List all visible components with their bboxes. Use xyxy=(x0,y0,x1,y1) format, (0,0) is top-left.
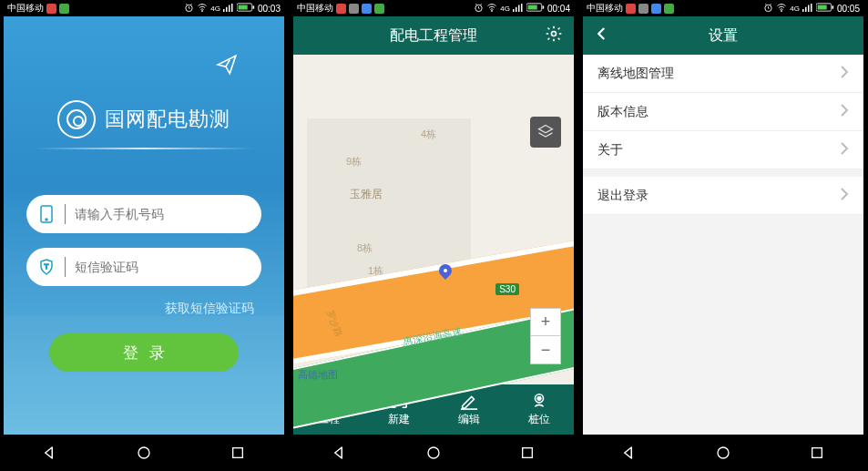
settings-item-version[interactable]: 版本信息 xyxy=(583,93,863,131)
get-code-link[interactable]: 获取短信验证码 xyxy=(26,301,261,317)
home-nav-icon[interactable] xyxy=(705,435,741,471)
svg-rect-22 xyxy=(542,5,544,8)
alarm-icon xyxy=(184,3,194,15)
alarm-icon xyxy=(474,3,484,15)
indicator-icon xyxy=(638,4,648,14)
clock-label: 00:04 xyxy=(547,4,570,14)
svg-rect-5 xyxy=(231,4,233,12)
svg-rect-35 xyxy=(811,4,812,12)
indicator-icon xyxy=(374,4,384,14)
net-label: 4G xyxy=(500,5,510,13)
back-nav-icon[interactable] xyxy=(32,435,68,471)
page-title: 设置 xyxy=(709,26,738,46)
battery-icon xyxy=(526,3,545,14)
android-nav-bar xyxy=(583,435,863,471)
back-button[interactable] xyxy=(594,26,610,46)
login-button[interactable]: 登录 xyxy=(49,333,239,372)
settings-item-offline-map[interactable]: 离线地图管理 xyxy=(583,55,863,93)
svg-point-10 xyxy=(46,219,47,220)
svg-point-23 xyxy=(552,32,557,36)
indicator-icon xyxy=(651,4,661,14)
svg-rect-21 xyxy=(528,5,537,10)
settings-item-logout[interactable]: 退出登录 xyxy=(583,177,863,215)
svg-rect-34 xyxy=(808,5,810,12)
svg-rect-3 xyxy=(226,6,228,11)
home-nav-icon[interactable] xyxy=(415,435,452,471)
android-nav-bar xyxy=(293,435,574,471)
back-nav-icon[interactable] xyxy=(611,435,648,471)
svg-rect-18 xyxy=(518,5,520,12)
map-building-label: 8栋 xyxy=(357,241,373,255)
page-title: 配电工程管理 xyxy=(390,26,477,46)
svg-point-1 xyxy=(202,11,203,12)
chevron-right-icon xyxy=(840,187,849,204)
recent-nav-icon[interactable] xyxy=(220,435,256,471)
phone-input[interactable] xyxy=(75,207,249,221)
svg-text:T: T xyxy=(45,262,49,271)
svg-point-31 xyxy=(781,11,782,12)
toolbar-label: 新建 xyxy=(388,412,410,427)
status-bar: 中国移动 4G 00:05 xyxy=(583,0,863,16)
app-title: 国网配电勘测 xyxy=(105,106,230,133)
chevron-right-icon xyxy=(840,103,849,120)
wifi-icon xyxy=(486,2,497,15)
phone-map: 中国移动 4G 00:04 配电工程管理 4栋 9栋 玉雅居 8栋 xyxy=(293,0,574,471)
battery-icon xyxy=(816,3,834,14)
status-bar: 中国移动 4G 00:04 xyxy=(293,0,574,16)
edit-icon xyxy=(459,392,479,410)
signal-icon xyxy=(802,3,813,15)
zoom-out-button[interactable]: − xyxy=(531,336,560,363)
svg-rect-19 xyxy=(521,4,523,12)
wifi-icon xyxy=(776,2,787,15)
list-item-label: 关于 xyxy=(597,142,623,159)
svg-point-28 xyxy=(428,447,439,458)
recent-nav-icon[interactable] xyxy=(509,435,546,471)
alarm-icon xyxy=(763,3,773,15)
phone-icon xyxy=(39,205,57,223)
map-layers-button[interactable] xyxy=(530,117,561,148)
indicator-icon xyxy=(336,4,346,14)
map-building-label: 4栋 xyxy=(421,128,436,141)
zoom-in-button[interactable]: + xyxy=(531,309,560,336)
settings-button[interactable] xyxy=(545,25,563,46)
code-input[interactable] xyxy=(75,260,249,274)
svg-point-27 xyxy=(537,396,541,400)
app-logo-icon xyxy=(57,100,96,138)
map-building-name: 玉雅居 xyxy=(350,187,383,202)
login-screen: 国网配电勘测 T 获取短信验证码 登录 xyxy=(4,16,284,435)
svg-rect-17 xyxy=(516,6,517,11)
svg-rect-16 xyxy=(513,9,515,12)
app-logo-row: 国网配电勘测 xyxy=(4,100,284,138)
carrier-label: 中国移动 xyxy=(587,2,623,15)
code-field-wrap[interactable]: T xyxy=(26,248,261,286)
settings-item-about[interactable]: 关于 xyxy=(583,131,863,169)
phone-login: 中国移动 4G 00:03 国网配电勘测 xyxy=(4,0,284,471)
map-canvas[interactable]: 4栋 9栋 玉雅居 8栋 1栋 西南门 惠深沿海高速 罗沙路 S30 + − 高… xyxy=(293,55,574,384)
svg-point-12 xyxy=(138,447,149,458)
home-nav-icon[interactable] xyxy=(126,435,162,471)
indicator-icon xyxy=(349,4,359,14)
clock-label: 00:03 xyxy=(258,4,281,14)
recent-nav-icon[interactable] xyxy=(799,435,835,471)
back-nav-icon[interactable] xyxy=(322,435,358,471)
svg-point-15 xyxy=(492,11,493,12)
zoom-control: + − xyxy=(530,308,561,364)
svg-rect-32 xyxy=(802,9,804,12)
svg-rect-40 xyxy=(812,448,822,458)
wifi-icon xyxy=(197,2,208,15)
net-label: 4G xyxy=(790,5,800,13)
carrier-label: 中国移动 xyxy=(297,2,333,15)
signal-icon xyxy=(223,3,234,15)
header-bar: 配电工程管理 xyxy=(293,16,574,55)
chevron-right-icon xyxy=(840,141,849,159)
phone-field-wrap[interactable] xyxy=(26,195,261,233)
indicator-icon xyxy=(362,4,372,14)
shield-icon: T xyxy=(39,259,57,275)
svg-rect-37 xyxy=(818,5,827,10)
toolbar-pile[interactable]: 桩位 xyxy=(504,384,574,435)
route-badge: S30 xyxy=(495,283,519,295)
svg-rect-33 xyxy=(805,6,807,11)
svg-rect-7 xyxy=(239,5,248,10)
list-item-label: 离线地图管理 xyxy=(597,66,674,82)
svg-rect-2 xyxy=(223,9,225,12)
